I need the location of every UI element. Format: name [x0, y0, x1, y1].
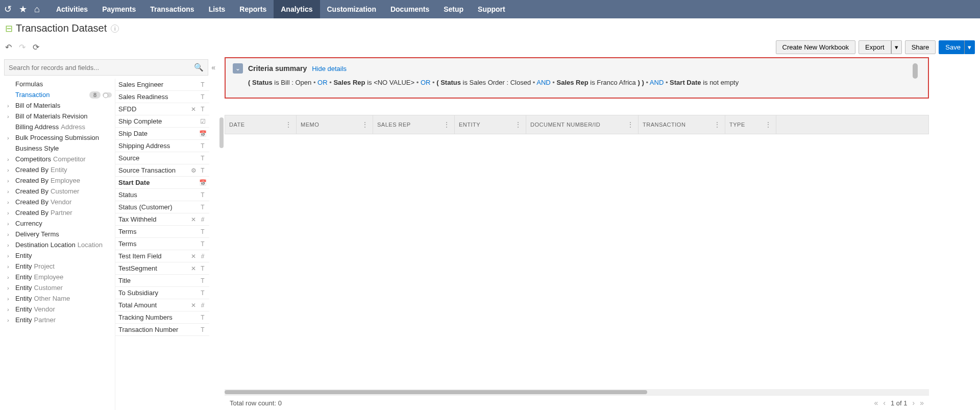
hide-details-link[interactable]: Hide details — [312, 65, 347, 73]
criteria-collapse-icon[interactable]: ⌄ — [233, 63, 243, 74]
field-row[interactable]: Ship Complete☑ — [115, 115, 209, 128]
tree-item[interactable]: ›EntityPartner — [0, 315, 115, 325]
scrollbar[interactable] — [219, 117, 224, 148]
field-row[interactable]: Test Item Field✕# — [115, 250, 209, 262]
history-icon[interactable]: ↺ — [4, 4, 12, 15]
chevron-right-icon[interactable]: › — [7, 188, 9, 195]
share-button[interactable]: Share — [905, 40, 936, 54]
record-tree[interactable]: FormulasTransaction8›Bill of Materials›B… — [0, 79, 115, 410]
search-box[interactable]: 🔍 — [4, 59, 208, 76]
field-row[interactable]: Shipping AddressT — [115, 140, 209, 152]
chevron-right-icon[interactable]: › — [7, 135, 9, 141]
column-menu-icon[interactable]: ⋮ — [285, 120, 292, 129]
grid-column-header[interactable]: ENTITY⋮ — [455, 115, 526, 134]
nav-activities[interactable]: Activities — [49, 0, 95, 18]
field-row[interactable]: TermsT — [115, 226, 209, 238]
tree-item[interactable]: Formulas — [0, 79, 115, 89]
export-dropdown[interactable]: ▾ — [891, 40, 902, 54]
grid-column-header[interactable]: MEMO⋮ — [297, 115, 373, 134]
chevron-right-icon[interactable]: › — [7, 306, 9, 312]
nav-payments[interactable]: Payments — [95, 0, 143, 18]
first-page-icon[interactable]: « — [874, 399, 878, 407]
tree-item[interactable]: ›EntityProject — [0, 261, 115, 272]
tree-item[interactable]: ›Bill of Materials — [0, 100, 115, 111]
tree-item[interactable]: ›Created ByEntity — [0, 164, 115, 175]
prev-page-icon[interactable]: ‹ — [883, 399, 886, 407]
chevron-right-icon[interactable]: › — [7, 231, 9, 237]
next-page-icon[interactable]: › — [913, 399, 915, 407]
tree-item[interactable]: ›Entity — [0, 250, 115, 261]
grid-column-header[interactable]: DATE⋮ — [225, 115, 297, 134]
chevron-right-icon[interactable]: › — [7, 317, 9, 323]
tree-item[interactable]: ›Created ByEmployee — [0, 175, 115, 186]
tree-item[interactable]: ›Created ByCustomer — [0, 186, 115, 197]
field-row[interactable]: TermsT — [115, 238, 209, 250]
chevron-right-icon[interactable]: › — [7, 178, 9, 184]
chevron-right-icon[interactable]: › — [7, 210, 9, 216]
tree-item[interactable]: ›Created ByVendor — [0, 197, 115, 207]
grid-column-header[interactable]: DOCUMENT NUMBER/ID⋮ — [526, 115, 639, 134]
column-menu-icon[interactable]: ⋮ — [765, 120, 772, 129]
nav-reports[interactable]: Reports — [232, 0, 274, 18]
nav-setup[interactable]: Setup — [436, 0, 471, 18]
create-workbook-button[interactable]: Create New Workbook — [776, 40, 856, 54]
tree-item[interactable]: ›Bill of Materials Revision — [0, 111, 115, 122]
field-row[interactable]: Source Transaction⚙T — [115, 164, 209, 177]
tree-item[interactable]: ›Delivery Terms — [0, 229, 115, 239]
field-row[interactable]: StatusT — [115, 189, 209, 201]
tree-item[interactable]: ›Destination LocationLocation — [0, 239, 115, 250]
chevron-right-icon[interactable]: › — [7, 285, 9, 291]
nav-analytics[interactable]: Analytics — [274, 0, 320, 18]
fields-list[interactable]: Sales EngineerTSales ReadinessTSFDD✕TShi… — [115, 79, 209, 410]
grid-column-header[interactable]: TYPE⋮ — [725, 115, 776, 134]
nav-documents[interactable]: Documents — [383, 0, 436, 18]
column-menu-icon[interactable]: ⋮ — [714, 120, 721, 129]
save-dropdown[interactable]: ▾ — [964, 40, 975, 54]
chevron-right-icon[interactable]: › — [7, 156, 9, 162]
tree-item[interactable]: ›Created ByPartner — [0, 207, 115, 218]
star-icon[interactable]: ★ — [19, 4, 27, 15]
field-row[interactable]: Tax Withheld✕# — [115, 213, 209, 226]
last-page-icon[interactable]: » — [920, 399, 924, 407]
field-row[interactable]: Sales ReadinessT — [115, 91, 209, 103]
scrollbar[interactable] — [913, 63, 918, 79]
search-input[interactable] — [9, 64, 194, 71]
chevron-right-icon[interactable]: › — [7, 103, 9, 109]
toggle-switch[interactable] — [103, 92, 112, 98]
chevron-right-icon[interactable]: › — [7, 199, 9, 205]
save-button[interactable]: Save — [939, 40, 964, 54]
grid-column-header[interactable]: SALES REP⋮ — [373, 115, 455, 134]
tree-item[interactable]: ›Bulk Processing Submission — [0, 132, 115, 143]
tree-item[interactable]: ›EntityEmployee — [0, 272, 115, 282]
collapse-panel-icon[interactable]: « — [211, 63, 215, 71]
chevron-right-icon[interactable]: › — [7, 274, 9, 280]
tree-item[interactable]: ›EntityCustomer — [0, 282, 115, 293]
field-row[interactable]: To SubsidiaryT — [115, 287, 209, 299]
home-icon[interactable]: ⌂ — [34, 4, 40, 15]
field-row[interactable]: TitleT — [115, 275, 209, 287]
field-row[interactable]: Ship Date📅 — [115, 128, 209, 140]
chevron-right-icon[interactable]: › — [7, 253, 9, 259]
nav-customization[interactable]: Customization — [320, 0, 383, 18]
tree-item[interactable]: Business Style — [0, 143, 115, 154]
field-row[interactable]: Transaction NumberT — [115, 324, 209, 336]
nav-lists[interactable]: Lists — [202, 0, 233, 18]
nav-support[interactable]: Support — [471, 0, 512, 18]
field-row[interactable]: Tracking NumbersT — [115, 311, 209, 324]
chevron-right-icon[interactable]: › — [7, 296, 9, 302]
search-icon[interactable]: 🔍 — [194, 63, 204, 72]
tree-item[interactable]: ›EntityOther Name — [0, 293, 115, 304]
chevron-right-icon[interactable]: › — [7, 242, 9, 248]
column-menu-icon[interactable]: ⋮ — [627, 120, 634, 129]
column-menu-icon[interactable]: ⋮ — [443, 120, 451, 129]
redo-icon[interactable]: ↷ — [19, 42, 26, 52]
tree-item[interactable]: Billing AddressAddress — [0, 122, 115, 132]
tree-item[interactable]: Transaction8 — [0, 89, 115, 100]
column-menu-icon[interactable]: ⋮ — [514, 120, 522, 129]
field-row[interactable]: SourceT — [115, 152, 209, 164]
export-button[interactable]: Export — [859, 40, 891, 54]
field-row[interactable]: Start Date📅 — [115, 177, 209, 189]
tree-item[interactable]: ›Currency — [0, 218, 115, 229]
field-row[interactable]: Status (Customer)T — [115, 201, 209, 213]
chevron-right-icon[interactable]: › — [7, 167, 9, 173]
